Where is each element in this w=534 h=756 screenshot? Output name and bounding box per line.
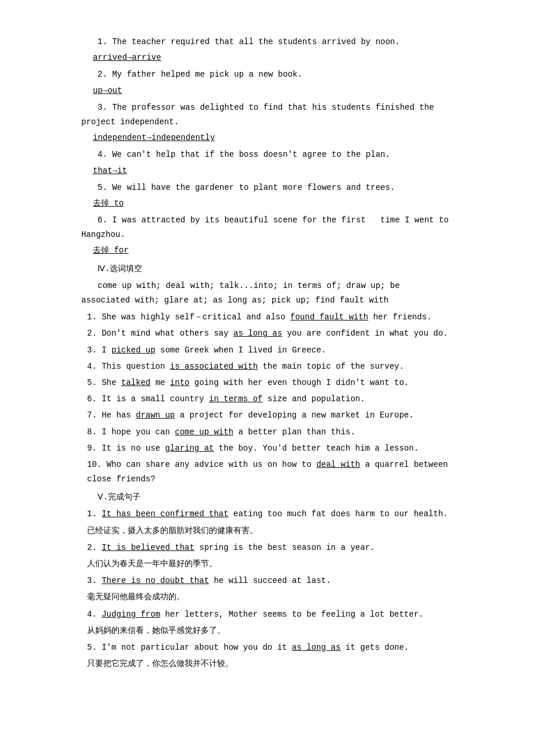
sentence-5: 5. We will have the gardener to plant mo…: [81, 181, 453, 195]
chinese-3: 毫无疑问他最终会成功的。: [81, 590, 453, 604]
fill-item-9: 9. It is no use glaring at the boy. You'…: [81, 441, 453, 456]
sentence-4: 4. We can't help that if the boss doesn'…: [81, 147, 453, 162]
sentence-3: 3. The professor was delighted to find t…: [81, 100, 453, 129]
fill-item-8: 8. I hope you can come up with a better …: [81, 425, 453, 440]
fill-item-7: 7. He has drawn up a project for develop…: [81, 408, 453, 423]
fill-sentence-4: 4. This question is associated with the …: [81, 359, 453, 374]
chinese-4: 从妈妈的来信看，她似乎感觉好多了。: [81, 624, 453, 638]
fill-sentence-8: 8. I hope you can come up with a better …: [81, 425, 453, 440]
complete-item-1: 1. It has been confirmed that eating too…: [81, 507, 453, 538]
complete-item-3: 3. There is no doubt that he will succee…: [81, 574, 453, 604]
complete-item-5: 5. I'm not particular about how you do i…: [81, 640, 453, 671]
item-6: 6. I was attracted by its beautiful scen…: [81, 213, 453, 258]
phrase-list: come up with; deal with; talk...into; in…: [81, 279, 453, 308]
correction-5: 去掉 to: [81, 196, 453, 211]
chinese-2: 人们认为春天是一年中最好的季节。: [81, 557, 453, 571]
sentence-6: 6. I was attracted by its beautiful scen…: [81, 213, 453, 242]
item-3: 3. The professor was delighted to find t…: [81, 100, 453, 146]
complete-item-4: 4. Judging from her letters, Mother seem…: [81, 607, 453, 638]
fill-blank-section: Ⅳ.选词填空 come up with; deal with; talk...i…: [81, 262, 453, 487]
complete-sentence-header: Ⅴ.完成句子: [81, 490, 453, 505]
fill-sentence-10: 10. Who can share any advice with us on …: [81, 458, 453, 487]
item-2: 2. My father helped me pick up a new boo…: [81, 67, 453, 98]
correction-6: 去掉 for: [81, 243, 453, 258]
fill-item-2: 2. Don't mind what others say as long as…: [81, 326, 453, 341]
correction-2: up→out: [81, 84, 453, 98]
chinese-1: 已经证实，摄入太多的脂肪对我们的健康有害。: [81, 524, 453, 538]
chinese-5: 只要把它完成了，你怎么做我并不计较。: [81, 657, 453, 671]
fill-sentence-2: 2. Don't mind what others say as long as…: [81, 326, 453, 341]
complete-item-2: 2. It is believed that spring is the bes…: [81, 541, 453, 571]
complete-sentence-3: 3. There is no doubt that he will succee…: [81, 574, 453, 588]
fill-item-1: 1. She was highly self－critical and also…: [81, 310, 453, 325]
fill-sentence-5: 5. She talked me into going with her eve…: [81, 376, 453, 390]
complete-sentence-2: 2. It is believed that spring is the bes…: [81, 541, 453, 555]
fill-blank-header: Ⅳ.选词填空: [81, 262, 453, 276]
fill-sentence-7: 7. He has drawn up a project for develop…: [81, 408, 453, 423]
complete-sentence-section: Ⅴ.完成句子 1. It has been confirmed that eat…: [81, 490, 453, 671]
error-correction-section: 1. The teacher required that all the stu…: [81, 35, 453, 258]
fill-sentence-1: 1. She was highly self－critical and also…: [81, 310, 453, 325]
fill-item-10: 10. Who can share any advice with us on …: [81, 458, 453, 487]
complete-sentence-4: 4. Judging from her letters, Mother seem…: [81, 607, 453, 622]
sentence-2: 2. My father helped me pick up a new boo…: [81, 67, 453, 82]
correction-4: that→it: [81, 164, 453, 178]
fill-sentence-9: 9. It is no use glaring at the boy. You'…: [81, 441, 453, 456]
fill-sentence-6: 6. It is a small country in terms of siz…: [81, 392, 453, 406]
fill-item-5: 5. She talked me into going with her eve…: [81, 376, 453, 390]
item-4: 4. We can't help that if the boss doesn'…: [81, 147, 453, 178]
fill-sentence-3: 3. I picked up some Greek when I lived i…: [81, 343, 453, 358]
complete-sentence-1: 1. It has been confirmed that eating too…: [81, 507, 453, 521]
fill-item-3: 3. I picked up some Greek when I lived i…: [81, 343, 453, 358]
item-1: 1. The teacher required that all the stu…: [81, 35, 453, 65]
complete-sentence-5: 5. I'm not particular about how you do i…: [81, 640, 453, 655]
item-5: 5. We will have the gardener to plant mo…: [81, 181, 453, 211]
correction-3: independent→independently: [81, 131, 453, 145]
sentence-1: 1. The teacher required that all the stu…: [81, 35, 453, 49]
fill-item-4: 4. This question is associated with the …: [81, 359, 453, 374]
fill-item-6: 6. It is a small country in terms of siz…: [81, 392, 453, 406]
correction-1: arrived→arrive: [81, 51, 453, 65]
